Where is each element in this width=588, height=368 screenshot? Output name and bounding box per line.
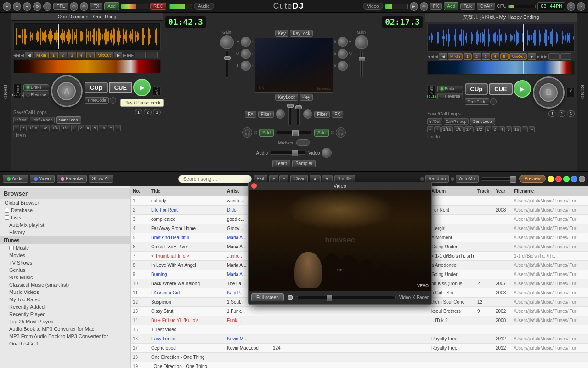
loop-18-right[interactable]: 1/8 [454, 126, 464, 132]
cue-4-right[interactable]: 4 [491, 53, 499, 60]
sidebar-90s[interactable]: 90's Music [0, 274, 130, 281]
video-knob-popup[interactable] [288, 295, 293, 300]
song-row[interactable]: 17 Cephelopod Kevin MacLeod 124 Royalty … [131, 344, 588, 353]
loop-minus2-right[interactable]: − [529, 126, 535, 132]
audio-fader[interactable] [292, 150, 298, 156]
preview-btn[interactable]: Preview [519, 175, 546, 183]
cue-1-right[interactable]: 1 [464, 53, 472, 60]
video-popup-close[interactable] [251, 183, 257, 189]
cue-pt-prev[interactable]: ◀ [25, 52, 33, 58]
sidebar-automix[interactable]: AutoMix playlist [0, 221, 130, 229]
loop-minus-right[interactable]: − [427, 126, 433, 132]
loop-1-btn-right[interactable]: 1 [485, 126, 491, 132]
headphone-btn-left[interactable]: 🎧 [242, 127, 252, 138]
rec-btn[interactable]: REC [150, 3, 166, 10]
loop-12-right[interactable]: 1/2 [475, 126, 484, 132]
fx-btn-left[interactable]: FX [90, 3, 102, 10]
color-blue[interactable] [571, 176, 577, 182]
cue-mixOut-right[interactable]: MixOut [509, 53, 527, 60]
eq-m-knob-left[interactable] [241, 49, 251, 59]
window-icon[interactable]: □ [567, 2, 575, 11]
sidebar-global-browser[interactable]: Global Browser [0, 199, 130, 207]
loop-8-btn-right[interactable]: 8 [506, 126, 512, 132]
waveform-toggle2-right[interactable] [560, 53, 571, 60]
xfader[interactable] [276, 131, 312, 134]
cup-btn-right[interactable]: CUp [465, 83, 488, 95]
play-btn-left[interactable]: ▶ Play / Pause deck [133, 79, 151, 96]
gain-knob-left[interactable] [220, 35, 234, 49]
cue-2[interactable]: 2 [59, 52, 67, 58]
sync-btn-right[interactable]: Sync [566, 88, 575, 97]
timecode-knob-right[interactable] [490, 98, 497, 105]
loop-3-left[interactable]: 3 [153, 109, 161, 115]
sidebar-genius[interactable]: Genius [0, 266, 130, 274]
loop-plus-left[interactable]: + [20, 125, 26, 131]
sendloop-right[interactable]: SendLoop [470, 118, 495, 125]
headphone-btn-right[interactable]: 🎧 [336, 127, 346, 138]
cue-next[interactable]: ▶ [114, 52, 122, 58]
database-checkbox[interactable] [5, 208, 9, 213]
sidebar-recently-played[interactable]: Recently Played [0, 310, 130, 318]
eq-m-knob-right[interactable] [338, 49, 348, 59]
reverse-btn-left[interactable]: Reverse [23, 92, 49, 98]
loop-12-left[interactable]: 1/2 [61, 125, 70, 131]
reverse-btn-right[interactable]: Reverse [437, 93, 463, 99]
song-row[interactable]: 19 _One Direction - One Thing [131, 362, 588, 368]
song-row[interactable]: 13 Cissy Strut 1 Funk... ksoul Brothers … [131, 307, 588, 316]
sidebar-music-videos[interactable]: Music Videos [0, 288, 130, 296]
loop-2-left[interactable]: 2 [144, 109, 152, 115]
exit-reloop-right[interactable]: Exit/Reloop [444, 118, 469, 125]
sidebar-music[interactable]: Music [0, 244, 130, 252]
video-xfader-thumb[interactable] [327, 295, 332, 301]
add-btn-left[interactable]: Add [104, 2, 119, 10]
bend-right[interactable]: BEND [577, 13, 588, 171]
cue-4[interactable]: 4 [77, 52, 85, 58]
show-all-btn[interactable]: Show All [89, 175, 113, 183]
cue-2-right[interactable]: 2 [473, 53, 481, 60]
sidebar-on-the-go[interactable]: On-The-Go 1 [0, 340, 130, 347]
keylock-btn-right[interactable]: KeyLock [275, 94, 298, 101]
tune-icon[interactable]: ◎ [70, 2, 78, 11]
sidebar-database[interactable]: Database [0, 207, 130, 214]
key-btn-left[interactable]: Key [275, 30, 288, 37]
filter-btn-left[interactable]: Filter [258, 111, 274, 118]
gain-fader-left[interactable] [224, 56, 231, 60]
sidebar-tv-shows[interactable]: TV Shows [0, 259, 130, 266]
automix-slider[interactable] [481, 177, 517, 181]
filter-btn-right[interactable]: Filter [314, 111, 330, 118]
col-header-track[interactable]: Track [475, 189, 494, 194]
color-yellow[interactable] [548, 176, 554, 182]
eq-l-knob-left[interactable] [241, 61, 251, 71]
minimize-btn[interactable]: ● [13, 2, 21, 11]
channel-fader-right[interactable] [295, 105, 302, 109]
cue-5-right[interactable]: 5 [500, 53, 509, 60]
timecode-btn-right[interactable]: TimeCode [465, 98, 489, 105]
sync-btn-left[interactable]: Sync [153, 86, 161, 96]
in-out-left[interactable]: In/Out [13, 117, 28, 123]
video-xfader[interactable] [297, 296, 396, 299]
color-red[interactable] [555, 176, 562, 182]
bend-left[interactable]: BEND [0, 13, 11, 171]
eq-l-knob-right[interactable] [338, 61, 348, 71]
waveform-toggle[interactable] [135, 52, 146, 58]
in-out-right[interactable]: In/Out [427, 118, 442, 125]
cue-mixIn-right[interactable]: MixIn [448, 53, 463, 60]
song-row[interactable]: 18 One Direction - One Thing [131, 353, 588, 362]
loop-plus-right[interactable]: + [434, 126, 440, 132]
col-header-title[interactable]: Title [149, 189, 225, 194]
turntable-left[interactable]: A [51, 75, 83, 107]
onair-btn[interactable]: OnAir [477, 3, 495, 10]
loop-18-left[interactable]: 1/8 [40, 125, 50, 131]
channel-fader-left[interactable] [287, 104, 294, 108]
loop-2-right[interactable]: 2 [558, 110, 565, 117]
sidebar-top-rated[interactable]: My Top Rated [0, 296, 130, 303]
loop-2-btn-right[interactable]: 2 [492, 126, 498, 132]
sidebar-classical[interactable]: Classical Music (smart list) [0, 281, 130, 288]
cue-5[interactable]: 5 [86, 52, 95, 58]
loop-8-btn-left[interactable]: 8 [92, 125, 98, 131]
sidebar-recently-added[interactable]: Recently Added [0, 303, 130, 310]
loop-1-left[interactable]: 1 [135, 109, 142, 115]
turntable-right[interactable]: B [533, 76, 565, 109]
sendloop-left[interactable]: SendLoop [56, 116, 81, 124]
cue-mixIn[interactable]: MixIn [34, 52, 49, 58]
